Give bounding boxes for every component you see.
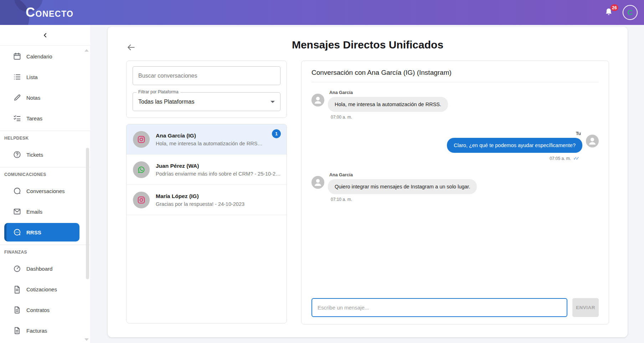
message-sender: Tu [576,131,581,136]
platform-select[interactable]: Filtrar por Plataforma Todas las Platafo… [133,92,280,111]
sidebar-item-emails[interactable]: Emails [0,201,90,222]
instagram-icon [137,135,146,144]
sidebar-item-tickets[interactable]: Tickets [0,144,90,165]
conversation-preview: Hola, me interesa la automatización de R… [156,141,266,146]
conversation-preview: Gracias por la respuesta! - 24-10-2023 [156,201,281,207]
sidebar-section-helpdesk: HELPDESK [0,131,90,144]
messages-area: Ana García Hola, me interesa la automati… [311,82,599,298]
conversation-item-maria-lopez[interactable]: María López (IG) Gracias por la respuest… [127,185,287,215]
notification-count-badge: 26 [610,4,618,11]
sidebar: Calendario Lista Notas Tareas [0,25,90,343]
sidebar-item-conversaciones[interactable]: Conversaciones [0,181,90,201]
sidebar-item-label: Emails [26,209,42,215]
envelope-icon [13,207,21,216]
sidebar-nav: Calendario Lista Notas Tareas [0,46,90,343]
conversation-texts: Juan Pérez (WA) Podrías enviarme más inf… [156,163,281,177]
avatar [133,131,150,148]
send-button[interactable]: ENVIAR [572,298,599,317]
document-icon [13,326,21,335]
sidebar-item-label: Notas [26,95,40,101]
sidebar-scroll-up-arrow[interactable] [84,49,89,52]
page-title: Mensajes Directos Unificados [126,39,609,51]
message-outgoing: Tu Claro, ¿en qué te podemos ayudar espe… [311,131,599,161]
timestamp: 07:10 a. m. [331,197,352,202]
notifications-button[interactable]: 26 [604,7,614,18]
sidebar-item-label: Lista [26,74,38,80]
conversation-name: María López (IG) [156,193,281,199]
gauge-icon [13,264,21,273]
chat-card: Conversación con Ana García (IG) (Instag… [301,61,609,324]
sidebar-item-tareas[interactable]: Tareas [0,108,90,129]
conversation-preview: Podrías enviarme más info sobre el CRM? … [156,171,281,177]
conversation-name: Juan Pérez (WA) [156,163,281,169]
sidebar-scroll-down-arrow[interactable] [84,338,89,341]
sidebar-item-label: RRSS [26,229,41,235]
conversation-list: Ana García (IG) Hola, me interesa la aut… [126,124,287,323]
conversation-item-ana-garcia[interactable]: Ana García (IG) Hola, me interesa la aut… [127,124,287,155]
conversation-name: Ana García (IG) [156,132,266,139]
message-input[interactable] [311,298,567,317]
message-time: 07:10 a. m. [331,197,477,202]
sidebar-item-label: Calendario [26,53,52,59]
sidebar-item-cotizaciones[interactable]: Cotizaciones [0,279,90,300]
message-bubble: Hola, me interesa la automatización de R… [328,97,448,112]
avatar [311,94,324,106]
sidebar-item-reportes[interactable]: Reportes [0,341,90,343]
sidebar-item-label: Facturas [26,328,47,334]
document-icon [13,285,21,293]
avatar [586,135,599,147]
platform-select-value: Todas las Plataformas [138,99,194,105]
sidebar-scrollbar-thumb[interactable] [86,148,89,279]
unified-messages-card: Mensajes Directos Unificados Filtrar por… [108,27,628,337]
sidebar-item-label: Dashboard [26,266,52,272]
message-body: Tu Claro, ¿en qué te podemos ayudar espe… [447,131,582,161]
sidebar-item-lista[interactable]: Lista [0,67,90,87]
platform-select-label: Filtrar por Plataforma [136,89,180,94]
document-icon [13,306,21,314]
timestamp: 07:05 a. m. [550,156,571,161]
sidebar-item-rrss[interactable]: RRSS [4,223,79,241]
sidebar-item-calendario[interactable]: Calendario [0,46,90,67]
header-actions: 26 C [604,5,644,20]
compose-row: ENVIAR [311,298,599,317]
conversation-item-juan-perez[interactable]: Juan Pérez (WA) Podrías enviarme más inf… [127,155,287,185]
conversations-panel: Filtrar por Plataforma Todas las Platafo… [126,61,287,324]
sidebar-item-rrss-row: RRSS [0,222,90,243]
message-sender: Ana García [329,172,477,177]
back-button[interactable] [126,42,137,53]
avatar [133,161,150,178]
user-avatar[interactable]: C [623,5,638,20]
main-area: Mensajes Directos Unificados Filtrar por… [90,25,644,343]
search-input[interactable] [133,66,280,85]
sidebar-item-label: Tickets [26,152,43,158]
sidebar-section-comunicaciones: COMUNICACIONES [0,167,90,181]
sidebar-collapse-row [0,25,90,46]
top-header-bar: CONECTO 26 C [0,0,644,25]
conversation-texts: María López (IG) Gracias por la respuest… [156,193,281,207]
avatar [133,192,150,208]
help-circle-icon [13,150,21,159]
whatsapp-icon [137,165,146,174]
checklist-icon [13,114,21,123]
sidebar-item-facturas[interactable]: Facturas [0,320,90,341]
chat-header: Conversación con Ana García (IG) (Instag… [311,69,599,82]
person-icon [311,94,324,106]
sidebar-item-dashboard[interactable]: Dashboard [0,258,90,279]
chat-panel: Conversación con Ana García (IG) (Instag… [301,61,609,324]
message-incoming: Ana García Quiero integrar mis mensajes … [311,172,599,202]
avatar [311,176,324,189]
sidebar-section-finanzas: FINANZAS [0,245,90,258]
content-columns: Filtrar por Plataforma Todas las Platafo… [126,61,609,324]
chevron-down-icon [271,101,275,103]
collapse-sidebar-button[interactable] [39,29,52,42]
message-sender: Ana García [329,90,448,95]
message-bubble: Quiero integrar mis mensajes de Instagra… [328,179,477,194]
sidebar-item-notas[interactable]: Notas [0,87,90,108]
filters-card: Filtrar por Plataforma Todas las Platafo… [126,61,287,118]
chevron-left-icon [42,32,49,39]
instagram-icon [137,196,146,204]
message-time: 07:00 a. m. [331,115,448,120]
message-time: 07:05 a. m. ✓✓ [550,156,579,161]
message-incoming: Ana García Hola, me interesa la automati… [311,90,599,120]
sidebar-item-contratos[interactable]: Contratos [0,300,90,320]
